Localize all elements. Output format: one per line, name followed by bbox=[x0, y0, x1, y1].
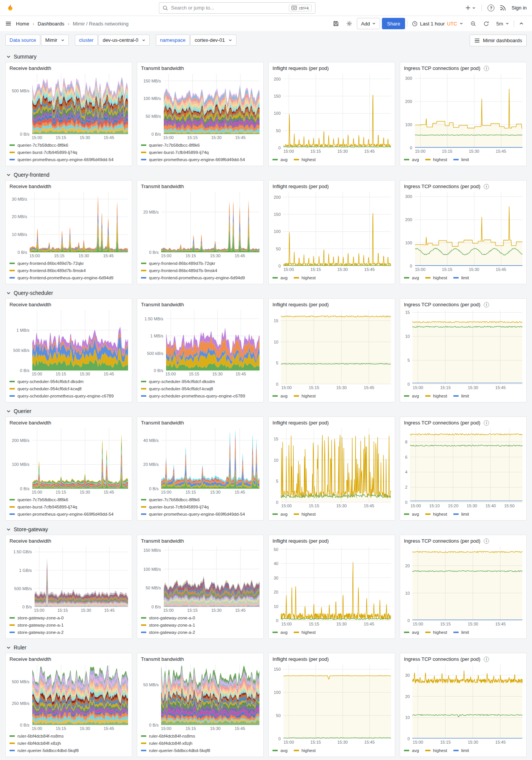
legend-item[interactable]: avg bbox=[404, 156, 419, 163]
chart-area[interactable] bbox=[32, 428, 128, 489]
legend-item[interactable]: store-gateway-zone-a-2 bbox=[10, 629, 128, 636]
legend-item[interactable]: querier-prometheus-query-engine-669f6d49… bbox=[10, 510, 128, 518]
panel-title[interactable]: Transmit bandwidth bbox=[141, 420, 184, 426]
panel-title[interactable]: Inflight requests (per pod) bbox=[272, 420, 329, 426]
legend-item[interactable]: avg bbox=[404, 392, 419, 399]
panel-title[interactable]: Receive bandwidth bbox=[10, 538, 51, 544]
zoom-out-time-button[interactable] bbox=[468, 18, 479, 29]
panel-title[interactable]: Transmit bandwidth bbox=[141, 65, 184, 71]
section-header-querier[interactable]: Querier bbox=[5, 405, 527, 416]
legend-item[interactable]: avg bbox=[272, 156, 288, 163]
legend-item[interactable]: query-scheduler-954cf6dcf-kcwj8 bbox=[10, 385, 128, 392]
sign-in-button[interactable]: Sign in bbox=[511, 5, 527, 11]
legend-item[interactable]: store-gateway-zone-a-1 bbox=[141, 621, 260, 629]
legend-item[interactable]: ruler-querier-5ddbcc4dbd-5kqf8 bbox=[10, 747, 128, 754]
panel-title[interactable]: Ingress TCP connections (per pod) bbox=[404, 65, 480, 71]
info-icon[interactable]: i bbox=[484, 66, 489, 71]
legend-item[interactable]: avg bbox=[272, 510, 288, 518]
legend-item[interactable]: query-frontend-prometheus-query-engine-6… bbox=[10, 274, 128, 281]
time-range-picker[interactable]: Last 1 hour UTC bbox=[409, 18, 466, 29]
legend-item[interactable]: querier-7c7b58dbcc-8f8k6 bbox=[10, 141, 128, 149]
chart-area[interactable] bbox=[164, 546, 260, 607]
legend-item[interactable]: querier-burst-7cfb945899-lj74q bbox=[141, 149, 260, 156]
menu-toggle-icon[interactable] bbox=[5, 21, 11, 27]
panel-title[interactable]: Receive bandwidth bbox=[10, 65, 51, 71]
legend-item[interactable]: query-frontend-86bc489d7b-9msk4 bbox=[141, 267, 260, 274]
panel-title[interactable]: Inflight requests (per pod) bbox=[272, 302, 329, 307]
panel-title[interactable]: Receive bandwidth bbox=[10, 184, 51, 189]
legend-item[interactable]: avg bbox=[404, 274, 419, 281]
legend-item[interactable]: querier-prometheus-query-engine-669f6d49… bbox=[141, 510, 260, 518]
info-icon[interactable]: i bbox=[484, 538, 489, 544]
chart-area[interactable] bbox=[161, 665, 260, 725]
legend-item[interactable]: highest bbox=[425, 392, 447, 399]
add-panel-button[interactable]: Add bbox=[357, 18, 380, 29]
legend-item[interactable]: ruler-6bf4dcb84f-ns8ms bbox=[141, 732, 260, 739]
legend-item[interactable]: highest bbox=[294, 392, 316, 399]
grafana-logo[interactable] bbox=[5, 3, 15, 13]
legend-item[interactable]: highest bbox=[294, 156, 316, 163]
legend-item[interactable]: ruler-6bf4dcb84f-ns8ms bbox=[10, 732, 128, 739]
chart-area[interactable] bbox=[415, 192, 522, 266]
legend-item[interactable]: store-gateway-zone-a-1 bbox=[10, 621, 128, 629]
section-header-summary[interactable]: Summary bbox=[5, 51, 527, 62]
legend-item[interactable]: limit bbox=[453, 629, 469, 636]
panel-title[interactable]: Receive bandwidth bbox=[10, 302, 51, 307]
legend-item[interactable]: query-scheduler-prometheus-query-engine-… bbox=[141, 392, 260, 399]
legend-item[interactable]: highest bbox=[425, 156, 447, 163]
legend-item[interactable]: avg bbox=[404, 747, 419, 754]
legend-item[interactable]: querier-burst-7cfb945899-lj74q bbox=[141, 503, 260, 510]
legend-item[interactable]: highest bbox=[294, 629, 316, 636]
panel-title[interactable]: Transmit bandwidth bbox=[141, 302, 184, 307]
chart-area[interactable] bbox=[412, 546, 522, 621]
legend-item[interactable]: querier-prometheus-query-engine-669f6d49… bbox=[141, 156, 260, 163]
chart-area[interactable] bbox=[161, 428, 260, 489]
legend-item[interactable]: querier-burst-7cfb945899-lj74q bbox=[10, 503, 128, 510]
breadcrumb-dashboards[interactable]: Dashboards bbox=[38, 21, 64, 27]
dashboard-settings-button[interactable] bbox=[344, 18, 355, 29]
save-dashboard-button[interactable] bbox=[330, 18, 342, 29]
legend-item[interactable]: avg bbox=[404, 629, 419, 636]
datasource-select[interactable]: Mimir bbox=[41, 35, 69, 46]
panel-title[interactable]: Receive bandwidth bbox=[10, 656, 51, 662]
mimir-dashboards-button[interactable]: Mimir dashboards bbox=[470, 35, 527, 46]
legend-item[interactable]: ruler-6bf4dcb84f-x8zjh bbox=[10, 739, 128, 747]
legend-item[interactable]: avg bbox=[272, 274, 288, 281]
panel-title[interactable]: Inflight requests (per pod) bbox=[272, 65, 329, 71]
chart-area[interactable] bbox=[161, 192, 260, 252]
section-header-store-gateway[interactable]: Store-gateway bbox=[5, 524, 527, 535]
namespace-select[interactable]: cortex-dev-01 bbox=[190, 35, 236, 46]
legend-item[interactable]: limit bbox=[453, 510, 469, 518]
chart-area[interactable] bbox=[281, 310, 391, 384]
panel-title[interactable]: Inflight requests (per pod) bbox=[272, 656, 329, 662]
legend-item[interactable]: limit bbox=[453, 274, 469, 281]
legend-item[interactable]: query-scheduler-954cf6dcf-kcwj8 bbox=[141, 385, 260, 392]
panel-title[interactable]: Ingress TCP connections (per pod) bbox=[404, 420, 480, 426]
chart-area[interactable] bbox=[283, 192, 391, 266]
info-icon[interactable]: i bbox=[484, 184, 489, 189]
legend-item[interactable]: avg bbox=[272, 747, 288, 754]
chart-area[interactable] bbox=[35, 546, 128, 607]
chart-area[interactable] bbox=[281, 546, 391, 621]
legend-item[interactable]: query-frontend-86bc489d7b-72qkr bbox=[141, 260, 260, 267]
legend-item[interactable]: querier-7c7b58dbcc-8f8k6 bbox=[141, 496, 260, 503]
legend-item[interactable]: querier-7c7b58dbcc-8f8k6 bbox=[141, 141, 260, 149]
chart-area[interactable] bbox=[412, 310, 522, 384]
panel-title[interactable]: Ingress TCP connections (per pod) bbox=[404, 184, 480, 189]
cluster-select[interactable]: dev-us-central-0 bbox=[98, 35, 150, 46]
chart-area[interactable] bbox=[283, 665, 391, 739]
legend-item[interactable]: query-frontend-86bc489d7b-9msk4 bbox=[10, 267, 128, 274]
info-icon[interactable]: i bbox=[484, 420, 489, 426]
chart-area[interactable] bbox=[283, 74, 391, 148]
panel-title[interactable]: Ingress TCP connections (per pod) bbox=[404, 538, 480, 544]
news-icon[interactable] bbox=[500, 5, 506, 11]
legend-item[interactable]: query-scheduler-prometheus-query-engine-… bbox=[10, 392, 128, 399]
chart-area[interactable] bbox=[281, 428, 391, 502]
legend-item[interactable]: ruler-6bf4dcb84f-x8zjh bbox=[141, 739, 260, 747]
legend-item[interactable]: highest bbox=[425, 747, 447, 754]
legend-item[interactable]: highest bbox=[294, 510, 316, 518]
section-header-query-scheduler[interactable]: Query-scheduler bbox=[5, 287, 527, 298]
chart-area[interactable] bbox=[164, 74, 260, 134]
legend-item[interactable]: highest bbox=[425, 629, 447, 636]
legend-item[interactable]: avg bbox=[404, 510, 419, 518]
